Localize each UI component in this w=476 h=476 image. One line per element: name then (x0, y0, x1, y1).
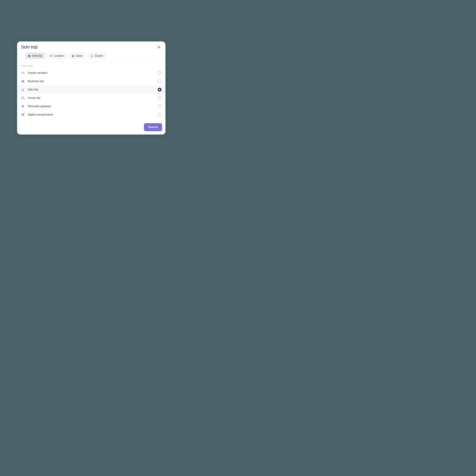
heart-icon (21, 104, 25, 108)
radio-checked[interactable] (158, 88, 161, 91)
trip-type-section: TRIP TYPE Family vacation Business trip … (17, 62, 166, 119)
close-icon (156, 45, 161, 50)
modal-header: Solo trip Solo trip Location Dates (17, 41, 166, 62)
suitcase-icon (28, 54, 31, 57)
pin-icon (50, 54, 52, 57)
search-input-value: Solo trip (21, 44, 37, 50)
chip-label: Location (54, 54, 64, 57)
option-family-vacation[interactable]: Family vacation (17, 69, 166, 77)
search-input[interactable]: Solo trip (21, 44, 37, 50)
person-icon (90, 54, 93, 57)
chip-row: Solo trip Location Dates Guests (21, 50, 161, 62)
radio-unchecked[interactable] (158, 96, 161, 100)
option-group-trip[interactable]: Group trip (17, 94, 166, 102)
search-modal: Solo trip Solo trip Location Dates (17, 41, 166, 135)
option-label: Business trip (28, 80, 44, 83)
radio-unchecked[interactable] (158, 104, 161, 108)
option-romantic-getaway[interactable]: Romantic getaway (17, 102, 166, 110)
option-label: Family vacation (28, 71, 48, 75)
option-label: Digital nomad travel (28, 113, 53, 116)
option-label: Romantic getaway (28, 105, 51, 108)
option-solo-trip[interactable]: Solo trip (17, 85, 166, 94)
option-digital-nomad[interactable]: Digital nomad travel (17, 110, 166, 119)
option-label: Group trip (28, 96, 40, 100)
modal-footer: Search (17, 119, 166, 131)
chip-solo-trip[interactable]: Solo trip (25, 53, 45, 59)
family-icon (21, 71, 25, 75)
chip-location[interactable]: Location (47, 53, 67, 59)
person-icon (21, 88, 25, 91)
chip-label: Guests (95, 54, 103, 57)
radio-unchecked[interactable] (158, 79, 161, 83)
close-button[interactable] (156, 45, 161, 50)
chip-label: Dates (76, 54, 83, 57)
option-label: Solo trip (28, 88, 38, 91)
calendar-icon (71, 54, 74, 57)
group-icon (21, 96, 25, 100)
radio-unchecked[interactable] (158, 113, 161, 117)
chip-dates[interactable]: Dates (69, 53, 85, 59)
radio-unchecked[interactable] (158, 71, 161, 75)
text-caret (37, 45, 37, 49)
briefcase-icon (21, 79, 25, 83)
section-title: TRIP TYPE (17, 65, 166, 69)
search-button[interactable]: Search (144, 123, 162, 131)
laptop-icon (21, 113, 25, 117)
chip-label: Solo trip (32, 54, 42, 57)
chip-guests[interactable]: Guests (87, 53, 106, 59)
option-business-trip[interactable]: Business trip (17, 77, 166, 85)
